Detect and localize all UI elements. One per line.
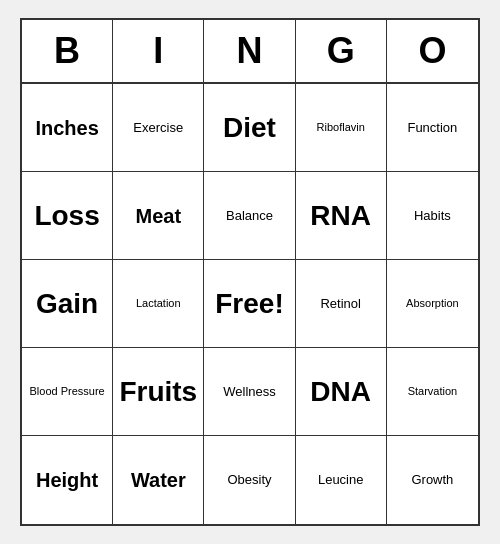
cell-text: Function (407, 120, 457, 136)
cell-text: Lactation (136, 297, 181, 310)
bingo-card: BINGO InchesExerciseDietRiboflavinFuncti… (20, 18, 480, 526)
cell-text: Growth (411, 472, 453, 488)
cell-text: Free! (215, 287, 283, 321)
cell-text: Habits (414, 208, 451, 224)
cell-text: DNA (310, 375, 371, 409)
header-letter: I (113, 20, 204, 82)
header-letter: N (204, 20, 295, 82)
bingo-cell: Starvation (387, 348, 478, 436)
bingo-header: BINGO (22, 20, 478, 84)
bingo-cell: Balance (204, 172, 295, 260)
bingo-cell: Fruits (113, 348, 204, 436)
cell-text: Gain (36, 287, 98, 321)
bingo-cell: RNA (296, 172, 387, 260)
cell-text: Exercise (133, 120, 183, 136)
bingo-cell: Leucine (296, 436, 387, 524)
cell-text: Fruits (119, 375, 197, 409)
bingo-cell: Absorption (387, 260, 478, 348)
bingo-cell: Inches (22, 84, 113, 172)
bingo-grid: InchesExerciseDietRiboflavinFunctionLoss… (22, 84, 478, 524)
cell-text: Meat (136, 204, 182, 228)
cell-text: Loss (34, 199, 99, 233)
cell-text: Balance (226, 208, 273, 224)
header-letter: G (296, 20, 387, 82)
bingo-cell: Lactation (113, 260, 204, 348)
bingo-cell: Loss (22, 172, 113, 260)
cell-text: Height (36, 468, 98, 492)
cell-text: RNA (310, 199, 371, 233)
bingo-cell: Water (113, 436, 204, 524)
cell-text: Wellness (223, 384, 276, 400)
header-letter: B (22, 20, 113, 82)
cell-text: Retinol (320, 296, 360, 312)
cell-text: Leucine (318, 472, 364, 488)
cell-text: Water (131, 468, 186, 492)
bingo-cell: Obesity (204, 436, 295, 524)
bingo-cell: Growth (387, 436, 478, 524)
bingo-cell: Free! (204, 260, 295, 348)
cell-text: Obesity (227, 472, 271, 488)
bingo-cell: Function (387, 84, 478, 172)
bingo-cell: Riboflavin (296, 84, 387, 172)
cell-text: Inches (35, 116, 98, 140)
cell-text: Starvation (408, 385, 458, 398)
cell-text: Blood Pressure (29, 385, 104, 398)
bingo-cell: Blood Pressure (22, 348, 113, 436)
bingo-cell: Height (22, 436, 113, 524)
cell-text: Absorption (406, 297, 459, 310)
bingo-cell: DNA (296, 348, 387, 436)
bingo-cell: Retinol (296, 260, 387, 348)
bingo-cell: Wellness (204, 348, 295, 436)
bingo-cell: Diet (204, 84, 295, 172)
cell-text: Riboflavin (317, 121, 365, 134)
bingo-cell: Gain (22, 260, 113, 348)
header-letter: O (387, 20, 478, 82)
bingo-cell: Meat (113, 172, 204, 260)
bingo-cell: Exercise (113, 84, 204, 172)
cell-text: Diet (223, 111, 276, 145)
bingo-cell: Habits (387, 172, 478, 260)
